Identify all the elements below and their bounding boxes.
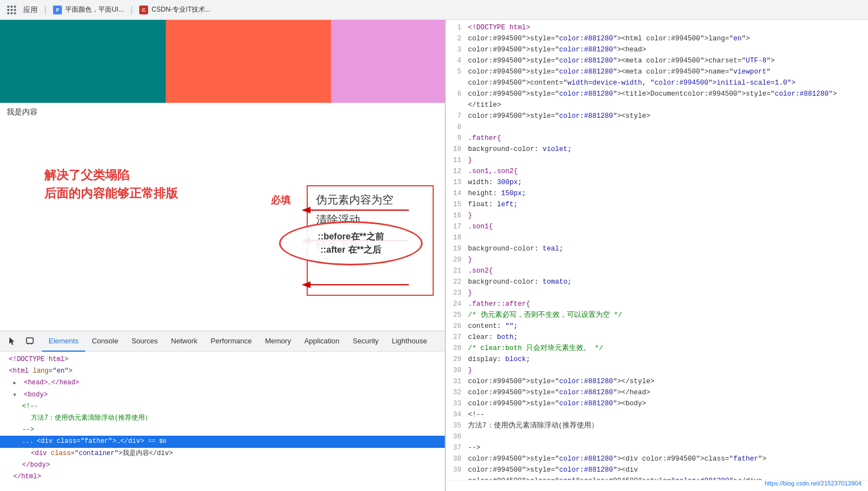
devtools-tab-performance[interactable]: Performance [204,331,258,352]
code-line-11: 11 } [446,155,868,166]
preview-content: 我是内容 解决了父类塌陷 后面的内容能够正常排版 必填 伪元素内容为空 清除浮动… [0,20,445,331]
arrow-3 [301,276,412,293]
code-line-14: 14 height: 150px; [446,188,868,199]
devtools-tab-application[interactable]: Application [298,331,346,352]
code-line-12: 12 .son1,.son2{ [446,166,868,177]
annotation-area: 解决了父类塌陷 后面的内容能够正常排版 必填 伪元素内容为空 清除浮动 转换为块 [0,122,445,331]
code-line-25: 25 /* 伪元素必写，否则不生效，可以设置为空 */ [446,310,868,321]
content-text: 我是内容 [0,103,445,122]
code-line-30: 30 } [446,365,868,376]
code-line-36: 36 [446,431,868,442]
red-annotation: 解决了父类塌陷 后面的内容能够正常排版 [44,166,178,202]
code-line-15: 15 float: left; [446,199,868,210]
code-line-39: 39 color:#994500">style="color:#881280">… [446,464,868,480]
devtools-icon-group [0,333,42,349]
devtools-tabs-bar: Elements Console Sources Network Perform… [0,331,445,352]
footer-link[interactable]: https://blog.csdn.net/215237013904 [765,480,861,487]
red-line2: 后面的内容能够正常排版 [44,184,178,202]
code-line-1: 1<!DOCTYPE html> [446,22,868,33]
devtools-tab-network[interactable]: Network [165,331,204,352]
color-boxes [0,20,445,103]
code-panel: 1<!DOCTYPE html>2color:#994500">style="c… [445,20,868,491]
code-line-8: 8 [446,122,868,133]
devtools-tab-console[interactable]: Console [85,331,125,352]
required-label: 必填 [271,194,291,207]
browser-bar: 应用 | P 平面颜色，平面UI... | C CSDN-专业IT技术... [0,0,868,20]
apps-icon[interactable] [7,5,17,15]
main-area: 我是内容 解决了父类塌陷 后面的内容能够正常排版 必填 伪元素内容为空 清除浮动… [0,20,868,491]
elements-line-father[interactable]: ... <div class="father">…</div> == $0 [0,436,445,447]
color-box-violet [331,20,445,103]
color-box-teal [0,20,166,103]
code-line-34: 34 <!-- [446,409,868,420]
code-line-20: 20 } [446,254,868,265]
svg-rect-3 [27,338,33,343]
arrow-1 [301,202,412,218]
ellipse-text: ::before在**之前 ::after 在**之后 [318,230,384,257]
tab-pingmian[interactable]: P 平面颜色，平面UI... [53,5,124,14]
code-line-2: 2color:#994500">style="color:#881280"><h… [446,33,868,44]
elements-line-comment-open: <!-- [0,401,445,412]
ellipse-line1: ::before在**之前 [318,230,384,243]
elements-panel[interactable]: <!DOCTYPE html> <html lang="en"> <head>…… [0,352,445,491]
code-line-22: 22 background-color: tomato; [446,276,868,288]
code-line-16: 16 } [446,210,868,221]
elements-line-head: <head>…</head> [0,377,445,389]
code-line-17: 17 .son1{ [446,221,868,232]
code-line-6: 6 color:#994500">style="color:#881280"><… [446,88,868,111]
color-box-tomato [166,20,332,103]
tab-csdn[interactable]: C CSDN-专业IT技术... [139,5,211,14]
code-line-13: 13 width: 300px; [446,177,868,188]
code-line-28: 28 /* clear:both 只会对块元素生效。 */ [446,343,868,354]
code-line-18: 18 [446,232,868,243]
devtools-area: Elements Console Sources Network Perform… [0,331,445,491]
code-line-35: 35 方法7：使用伪元素清除浮动(推荐使用） [446,420,868,431]
elements-line-doctype: <!DOCTYPE html> [0,354,445,365]
cursor-icon[interactable] [4,333,20,349]
code-line-31: 31 color:#994500">style="color:#881280">… [446,376,868,387]
tab-favicon-csdn: C [139,6,148,14]
code-line-24: 24 .father::after{ [446,299,868,310]
elements-line-container: <div class="container">我是内容</div> [0,448,445,459]
ellipse-annotation: ::before在**之前 ::after 在**之后 [279,221,423,265]
tab-label-pingmian: 平面颜色，平面UI... [65,5,124,14]
elements-line-html: <html lang="en"> [0,365,445,377]
devtools-tab-security[interactable]: Security [346,331,385,352]
code-line-9: 9 .father{ [446,133,868,144]
devtools-tab-elements[interactable]: Elements [42,331,85,352]
elements-line-body: <body> [0,389,445,401]
code-line-26: 26 content: ""; [446,321,868,332]
code-line-10: 10 background-color: violet; [446,144,868,155]
code-line-38: 38 color:#994500">style="color:#881280">… [446,453,868,464]
code-line-37: 37 --> [446,442,868,453]
code-line-23: 23 } [446,288,868,299]
devtools-tab-sources[interactable]: Sources [125,331,165,352]
elements-line-comment-close: --> [0,424,445,436]
code-line-7: 7 color:#994500">style="color:#881280"><… [446,111,868,122]
code-line-27: 27 clear: both; [446,332,868,343]
elements-line-comment-text: 方法7：使用伪元素清除浮动(推荐使用） [0,412,445,424]
elements-line-html-close: </html> [0,471,445,483]
red-line1: 解决了父类塌陷 [44,166,178,184]
tab-favicon-pingmian: P [53,6,62,14]
elements-line-body-close: </body> [0,459,445,471]
code-line-29: 29 display: block; [446,354,868,365]
code-line-4: 4 color:#994500">style="color:#881280"><… [446,55,868,66]
devtools-tab-lighthouse[interactable]: Lighthouse [385,331,434,352]
inspect-icon[interactable] [22,333,38,349]
code-line-32: 32color:#994500">style="color:#881280"><… [446,387,868,398]
browser-preview: 我是内容 解决了父类塌陷 后面的内容能够正常排版 必填 伪元素内容为空 清除浮动… [0,20,445,491]
ellipse-line2: ::after 在**之后 [318,243,384,257]
code-line-19: 19 background-color: teal; [446,243,868,254]
tab-label-csdn: CSDN-专业IT技术... [151,5,211,14]
code-line-5: 5 color:#994500">style="color:#881280"><… [446,66,868,88]
code-editor[interactable]: 1<!DOCTYPE html>2color:#994500">style="c… [446,20,868,480]
code-line-33: 33color:#994500">style="color:#881280"><… [446,398,868,409]
browser-label-apps: 应用 [23,5,38,15]
code-line-3: 3color:#994500">style="color:#881280"><h… [446,44,868,55]
code-line-21: 21 .son2{ [446,265,868,276]
devtools-tab-memory[interactable]: Memory [259,331,298,352]
